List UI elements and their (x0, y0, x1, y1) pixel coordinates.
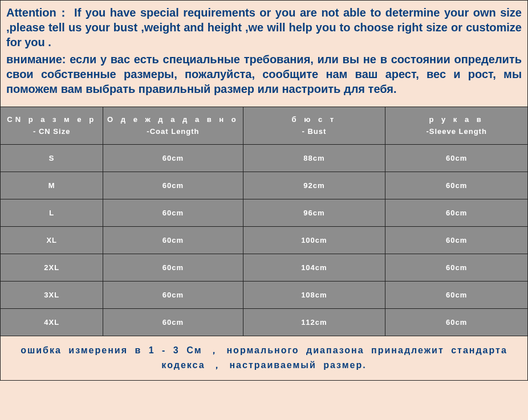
cell-size: 3XL (1, 282, 103, 309)
header-bust: б ю с т - Bust (243, 107, 385, 145)
table-row: XL 60cm 100cm 60cm (1, 227, 528, 254)
cell-size: L (1, 199, 103, 227)
header-sleeve-en: -Sleeve Length (385, 126, 527, 138)
table-header-row: CN р а з м е р - CN Size О д е ж д а д а… (1, 107, 528, 145)
header-coat-ru: О д е ж д а д а в н о (103, 114, 242, 126)
table-row: L 60cm 96cm 60cm (1, 199, 528, 227)
cell-size: XL (1, 227, 103, 254)
table-row: M 60cm 92cm 60cm (1, 172, 528, 199)
header-coat-length: О д е ж д а д а в н о -Coat Length (103, 107, 243, 145)
header-sleeve-length: р у к а в -Sleeve Length (385, 107, 528, 145)
table-row: 3XL 60cm 108cm 60cm (1, 282, 528, 309)
header-bust-en: - Bust (243, 126, 385, 138)
header-size-en: - CN Size (1, 126, 103, 138)
cell-size: S (1, 145, 103, 172)
cell-bust: 92cm (243, 172, 385, 199)
header-coat-en: -Coat Length (103, 126, 242, 138)
cell-bust: 112cm (243, 309, 385, 336)
cell-sleeve: 60cm (385, 199, 528, 227)
table-row: 2XL 60cm 104cm 60cm (1, 254, 528, 282)
cell-coat: 60cm (103, 254, 243, 282)
cell-bust: 100cm (243, 227, 385, 254)
size-table: CN р а з м е р - CN Size О д е ж д а д а… (0, 107, 528, 336)
cell-size: 2XL (1, 254, 103, 282)
table-row: 4XL 60cm 112cm 60cm (1, 309, 528, 336)
header-bust-ru: б ю с т (243, 114, 385, 126)
cell-bust: 96cm (243, 199, 385, 227)
cell-bust: 108cm (243, 282, 385, 309)
cell-coat: 60cm (103, 145, 243, 172)
header-size: CN р а з м е р - CN Size (1, 107, 103, 145)
cell-sleeve: 60cm (385, 254, 528, 282)
size-chart-document: Attention： If you have special requireme… (0, 0, 528, 420)
header-size-ru: CN р а з м е р (1, 114, 103, 126)
cell-sleeve: 60cm (385, 282, 528, 309)
cell-sleeve: 60cm (385, 309, 528, 336)
attention-block: Attention： If you have special requireme… (0, 0, 528, 107)
attention-text-en: Attention： If you have special requireme… (6, 5, 522, 50)
attention-text-ru: внимание: если у вас есть специальные тр… (6, 52, 522, 96)
cell-sleeve: 60cm (385, 145, 528, 172)
cell-coat: 60cm (103, 227, 243, 254)
cell-coat: 60cm (103, 282, 243, 309)
cell-bust: 104cm (243, 254, 385, 282)
table-row: S 60cm 88cm 60cm (1, 145, 528, 172)
measurement-error-note: ошибка измерения в 1 - 3 См ， нормальног… (0, 336, 528, 381)
cell-sleeve: 60cm (385, 172, 528, 199)
cell-size: M (1, 172, 103, 199)
cell-coat: 60cm (103, 199, 243, 227)
cell-size: 4XL (1, 309, 103, 336)
cell-bust: 88cm (243, 145, 385, 172)
cell-sleeve: 60cm (385, 227, 528, 254)
cell-coat: 60cm (103, 172, 243, 199)
cell-coat: 60cm (103, 309, 243, 336)
header-sleeve-ru: р у к а в (385, 114, 527, 126)
